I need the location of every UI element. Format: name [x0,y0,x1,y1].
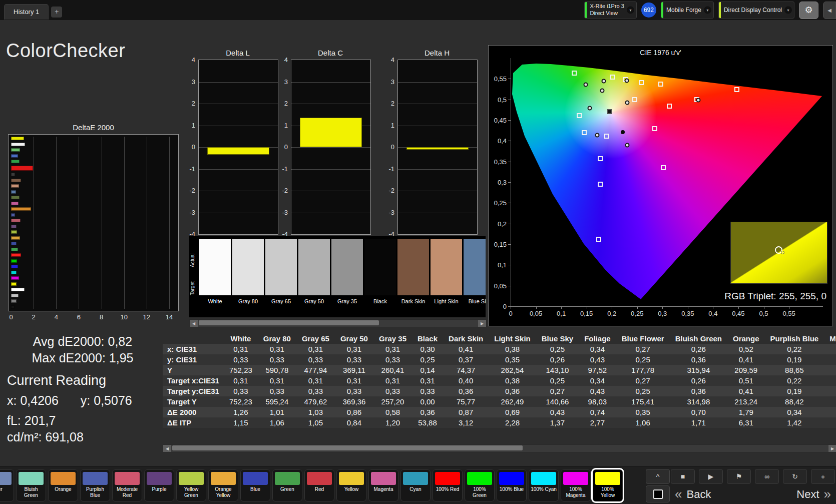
tick [536,306,537,309]
patch-button-cyan[interactable]: Cyan [400,469,431,501]
y-tick-label: 1 [192,121,195,129]
swatch-label: Gray 80 [232,298,264,304]
scrollbar-thumb[interactable] [199,320,379,325]
swatch-target [232,267,264,295]
table-scrollbar[interactable]: ◀ ▶ [163,444,836,452]
record-button[interactable]: ● [811,469,835,484]
y-tick-label: -2 [189,187,195,194]
x-tick-label: 0,35 [681,310,694,317]
scroll-right-icon[interactable]: ▶ [828,445,836,452]
swatch-target [331,267,363,295]
table-cell: 0,31 [296,344,335,354]
deltae-bar-row [11,259,169,263]
tick [587,306,587,309]
patch-button-purplish-blue[interactable]: Purplish Blue [80,469,110,501]
cie-marker-square [639,80,644,85]
scroll-right-icon[interactable]: ▶ [478,320,486,327]
patch-button-orange-yellow[interactable]: Orange Yellow [208,469,238,501]
table-cell: 257,20 [373,396,412,407]
play-button[interactable]: ▶ [699,469,723,484]
deltaL-yticks: 43210-1-2-3-4 [184,60,197,234]
table-cell: 75,77 [443,396,489,407]
patch-button-green[interactable]: Green [272,469,302,501]
patch-label: 100% Green [466,486,494,498]
patch-button-100-magenta[interactable]: 100% Magenta [561,469,591,501]
table-cell: 0,52 [727,344,765,354]
swatch-target [464,267,486,295]
patch-color [339,472,364,485]
y-tick-label: -2 [388,187,394,194]
continuous-button[interactable]: ∞ [755,469,779,484]
stop-button[interactable]: ■ [671,469,695,484]
patch-button-orange[interactable]: Orange [48,469,78,501]
scrollbar-thumb[interactable] [172,445,523,450]
x-tick-label: 0,2 [607,310,616,317]
patch-button-moderate-red[interactable]: Moderate Red [112,469,142,501]
column-header: Foliage [579,333,616,344]
chevron-down-icon: ▼ [784,7,792,14]
swatch-scrollbar[interactable]: ◀ ▶ [189,319,487,327]
deltae-bar [11,190,16,194]
history-tab-label: History 1 [14,8,39,16]
y-tick-label: 4 [192,56,195,64]
meter-dropdown[interactable]: X-Rite i1Pro 3 Direct View ▼ [584,2,636,19]
results-table: WhiteGray 80Gray 65Gray 50Gray 35BlackDa… [163,333,836,428]
table-cell: 477,94 [296,365,335,375]
y-tick-label: 0,4 [490,137,507,145]
cie-marker-dot [621,130,625,134]
table-cell: 0,38 [489,375,536,386]
patch-button-100-yellow[interactable]: 100% Yellow [593,469,623,501]
collapse-panel-button[interactable]: ◀ [823,2,836,19]
table-cell: 0,31 [258,375,296,386]
patch-button-red[interactable]: Red [304,469,334,501]
cie-marker-circle [600,89,604,93]
patch-button-ver[interactable]: ver [0,469,14,501]
swatch-target [364,267,396,295]
swatch-gray-35: Gray 35 [331,236,363,317]
display-control-dropdown[interactable]: Direct Display Control ▼ [718,2,794,19]
table-cell: 0,38 [489,344,536,354]
back-button[interactable]: « Back [675,486,711,502]
add-tab-button[interactable]: + [51,7,62,18]
patch-button-100-blue[interactable]: 100% Blue [497,469,527,501]
pattern-window-button[interactable] [646,485,670,502]
deltae-bar-row [11,305,169,309]
table-cell: 0,33 [335,354,373,365]
source-dropdown[interactable]: Mobile Forge ▼ [661,2,714,19]
patch-button-magenta[interactable]: Magenta [368,469,398,501]
patch-button-yellow[interactable]: Yellow [336,469,366,501]
pattern-up-button[interactable]: ^ [646,469,670,484]
table-cell: 0,33 [412,386,443,396]
table-cell: 0,36 [443,386,489,396]
patch-button-bluish-green[interactable]: Bluish Green [16,469,46,501]
table-cell: 0,33 [224,386,258,396]
gridline [291,213,370,213]
patch-button-blue[interactable]: Blue [240,469,270,501]
patch-button-100-green[interactable]: 100% Green [465,469,495,501]
patch-button-purple[interactable]: Purple [144,469,174,501]
deltae-bar [11,202,19,205]
scroll-left-icon[interactable]: ◀ [163,445,171,452]
deltae-bar-row [11,236,169,240]
patch-button-100-red[interactable]: 100% Red [433,469,463,501]
deltae-bar [11,271,17,274]
table-cell: 0,31 [335,344,373,354]
patch-count-badge[interactable]: 692 [641,3,656,18]
deltae-bar [11,179,21,182]
gridline [169,137,170,309]
patch-button-100-cyan[interactable]: 100% Cyan [529,469,559,501]
next-button[interactable]: Next » [796,486,831,502]
column-header: Light Skin [489,333,536,344]
history-tab[interactable]: History 1 [4,4,49,20]
scroll-left-icon[interactable]: ◀ [190,320,198,327]
loop-button[interactable]: ↻ [783,469,807,484]
settings-button[interactable]: ⚙ [799,2,818,19]
patch-color [531,472,556,485]
y-tick-label: 4 [284,56,288,64]
patch-button-yellow-green[interactable]: Yellow Green [176,469,206,501]
next-label: Next [796,488,819,501]
cie-marker-circle [696,98,701,103]
flag-button[interactable]: ⚑ [727,469,751,484]
deltae-bar [11,248,18,251]
patch-label: 100% Red [434,486,462,492]
